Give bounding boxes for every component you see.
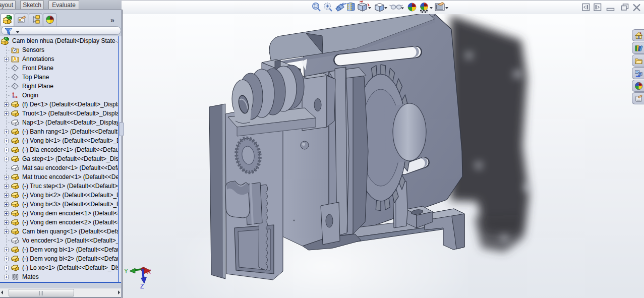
svg-text:Y: Y <box>124 268 128 275</box>
svg-text:Z: Z <box>140 283 144 290</box>
